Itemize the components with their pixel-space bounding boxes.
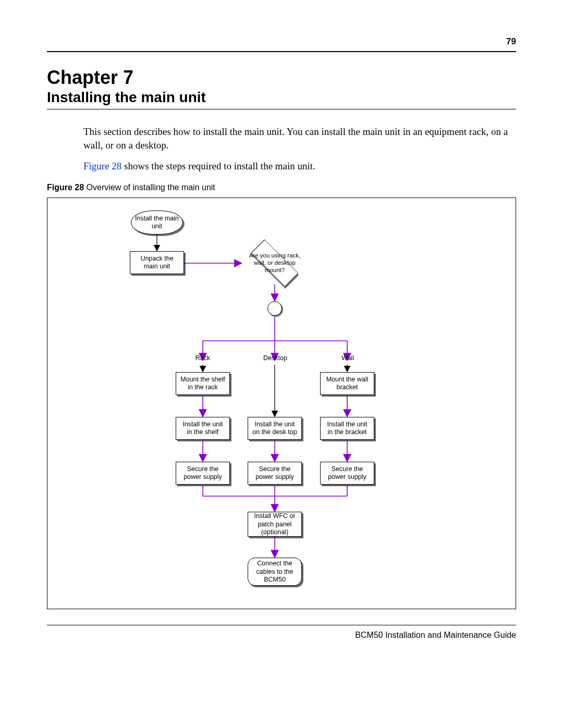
flow-wall-mount: Mount the wall bracket	[320, 372, 374, 395]
chapter-subtitle: Installing the main unit	[47, 89, 516, 106]
flow-decision: Are you using rack, wall, or desktop mou…	[241, 242, 309, 285]
flow-connect-cables: Connect the cables to the BCM50	[248, 558, 302, 586]
chapter-title: Chapter 7	[47, 67, 516, 88]
flow-unpack: Unpack the main unit	[130, 251, 184, 274]
flow-install-wfc: Install WFC or patch panel (optional)	[248, 512, 302, 537]
flow-wall-install: Install the unit in the bracket	[320, 417, 374, 440]
figure-link[interactable]: Figure 28	[83, 161, 121, 171]
flow-rack-mount: Mount the shelf in the rack	[176, 372, 230, 395]
figure-ref-paragraph: Figure 28 shows the steps required to in…	[83, 159, 516, 173]
flow-branch-desktop-label: Desktop	[261, 354, 289, 362]
chapter-divider	[47, 109, 516, 109]
footer-divider	[47, 625, 516, 625]
flow-wall-secure: Secure the power supply	[320, 462, 374, 485]
flow-rack-install: Install the unit in the shelf	[176, 417, 230, 440]
page-number: 79	[47, 36, 516, 47]
flow-branch-rack-label: Rack	[192, 354, 213, 362]
figure-caption-number: Figure 28	[47, 183, 84, 192]
flow-branch-wall-label: Wall	[338, 354, 357, 362]
flow-decision-text: Are you using rack, wall, or desktop mou…	[241, 253, 309, 274]
footer-text: BCM50 Installation and Maintenance Guide	[47, 631, 516, 640]
flow-desktop-install: Install the unit on the desk top	[248, 417, 302, 440]
intro-paragraph: This section describes how to install th…	[83, 125, 516, 152]
top-divider	[47, 51, 516, 52]
flow-start: Install the main unit	[131, 211, 183, 235]
figure-ref-text: shows the steps required to install the …	[121, 161, 315, 171]
figure-caption-text: Overview of installing the main unit	[84, 183, 215, 192]
flow-rack-secure: Secure the power supply	[176, 462, 230, 485]
figure-flowchart: Install the main unit Unpack the main un…	[47, 198, 516, 609]
flow-desktop-secure: Secure the power supply	[248, 462, 302, 485]
figure-caption: Figure 28 Overview of installing the mai…	[47, 183, 516, 192]
